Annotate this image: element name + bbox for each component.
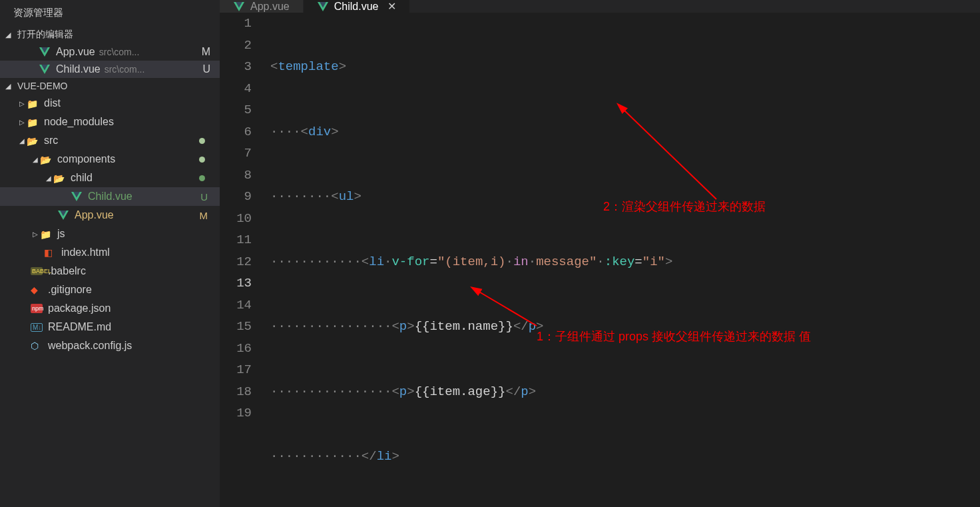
line-number: 5 [220, 99, 252, 121]
file-label: package.json [48, 302, 111, 314]
chevron-down-icon: ◢ [5, 82, 17, 91]
line-number: 14 [220, 294, 252, 316]
git-icon: ◆ [31, 284, 43, 295]
tab-child-vue[interactable]: Child.vue ✕ [304, 0, 411, 13]
line-number: 13 [220, 272, 252, 294]
tree-folder-node-modules[interactable]: ▷ 📁 node_modules [0, 113, 220, 131]
annotation-1: 1：子组件通过 props 接收父组件传递过来的数据 值 [537, 326, 811, 348]
markdown-icon: M↓ [31, 323, 43, 332]
folder-label: components [57, 153, 115, 165]
explorer-title: 资源管理器 [0, 0, 220, 26]
tree-file-package-json[interactable]: npm package.json [0, 299, 220, 318]
folder-icon: 📂 [27, 136, 39, 145]
folder-icon: 📁 [27, 99, 39, 108]
line-number: 12 [220, 251, 252, 273]
tree-folder-dist[interactable]: ▷ 📁 dist [0, 94, 220, 113]
annotation-2: 2：渲染父组件传递过来的数据 [603, 196, 766, 218]
folder-icon: 📂 [40, 155, 52, 164]
folder-label: src [44, 135, 58, 147]
line-number: 19 [220, 402, 252, 424]
file-label: README.md [48, 321, 111, 333]
file-label: webpack.config.js [48, 340, 132, 352]
line-number: 11 [220, 229, 252, 251]
modified-dot-icon [199, 157, 205, 163]
line-number: 16 [220, 338, 252, 360]
file-label: .gitignore [48, 284, 92, 296]
tree-file-webpack[interactable]: ⬡ webpack.config.js [0, 336, 220, 355]
tree-file-gitignore[interactable]: ◆ .gitignore [0, 280, 220, 299]
vue-icon [317, 2, 329, 11]
tree-folder-components[interactable]: ◢ 📂 components [0, 150, 220, 169]
code-line: <template> [270, 56, 980, 78]
tab-label: Child.vue [334, 1, 379, 13]
file-label: Child.vue [88, 191, 132, 203]
tree-file-babelrc[interactable]: BABEL .babelrc [0, 262, 220, 280]
folder-label: node_modules [44, 116, 114, 128]
vue-icon [71, 192, 83, 201]
open-editors-header[interactable]: ◢ 打开的编辑器 [0, 26, 220, 43]
line-number: 4 [220, 78, 252, 100]
vue-icon [233, 2, 245, 11]
chevron-down-icon: ◢ [17, 137, 27, 145]
modified-status: M [200, 210, 208, 221]
folder-label: child [71, 172, 93, 184]
tree-file-app-vue[interactable]: App.vue M [0, 206, 220, 225]
folder-icon: 📁 [27, 117, 39, 127]
line-number: 8 [220, 165, 252, 187]
line-number: 2 [220, 35, 252, 57]
modified-dot-icon [199, 138, 205, 144]
tree-file-child-vue[interactable]: Child.vue U [0, 187, 220, 206]
chevron-down-icon: ◢ [31, 156, 40, 163]
line-number: 9 [220, 186, 252, 208]
untracked-status: U [202, 63, 210, 75]
vue-icon [39, 47, 51, 57]
untracked-status: U [200, 191, 208, 203]
line-number: 7 [220, 143, 252, 165]
code-line: ············</li> [270, 446, 980, 468]
code-content[interactable]: <template> ····<div> ········<ul> ······… [270, 13, 980, 507]
modified-status: M [202, 46, 210, 58]
webpack-icon: ⬡ [31, 340, 43, 351]
tab-bar: App.vue Child.vue ✕ [220, 0, 980, 13]
file-name: App.vue [56, 46, 95, 58]
file-path: src\com... [99, 47, 140, 57]
babel-icon: BABEL [31, 267, 43, 275]
line-number: 10 [220, 208, 252, 230]
chevron-right-icon: ▷ [31, 231, 40, 238]
line-number: 3 [220, 56, 252, 78]
npm-icon: npm [31, 304, 43, 313]
code-line: ················<p>{{item.age}}</p> [270, 381, 980, 403]
tree-folder-js[interactable]: ▷ 📁 js [0, 225, 220, 243]
editor-main: App.vue Child.vue ✕ 1 2 3 4 5 6 7 8 9 10… [220, 0, 980, 507]
file-path: src\com... [105, 64, 145, 75]
project-name: VUE-DEMO [17, 81, 67, 91]
code-line: ············<li·v-for="(item,i)·in·messa… [270, 251, 980, 273]
tree-file-index-html[interactable]: ◧ index.html [0, 243, 220, 262]
chevron-right-icon: ▷ [17, 100, 27, 107]
tree-file-readme[interactable]: M↓ README.md [0, 318, 220, 336]
close-icon[interactable]: ✕ [387, 0, 396, 13]
file-label: .babelrc [48, 265, 86, 277]
tree-folder-src[interactable]: ◢ 📂 src [0, 131, 220, 150]
project-header[interactable]: ◢ VUE-DEMO [0, 78, 220, 94]
chevron-down-icon: ◢ [44, 175, 53, 182]
code-line: ····<div> [270, 121, 980, 143]
code-editor[interactable]: 1 2 3 4 5 6 7 8 9 10 11 12 13 14 15 16 1… [220, 13, 980, 507]
file-label: index.html [61, 247, 110, 258]
line-number: 18 [220, 381, 252, 403]
open-editor-child-vue[interactable]: Child.vue src\com... U [0, 61, 220, 78]
html-icon: ◧ [44, 247, 56, 258]
line-gutter: 1 2 3 4 5 6 7 8 9 10 11 12 13 14 15 16 1… [220, 13, 270, 507]
file-label: App.vue [75, 209, 114, 221]
tree-folder-child[interactable]: ◢ 📂 child [0, 169, 220, 187]
folder-label: dist [44, 97, 61, 109]
folder-icon: 📂 [53, 173, 65, 183]
tab-app-vue[interactable]: App.vue [220, 0, 304, 13]
explorer-sidebar: 资源管理器 ◢ 打开的编辑器 App.vue src\com... M Chil… [0, 0, 220, 507]
open-editor-app-vue[interactable]: App.vue src\com... M [0, 43, 220, 61]
line-number: 17 [220, 359, 252, 381]
line-number: 15 [220, 316, 252, 338]
folder-label: js [57, 228, 65, 240]
vue-icon [57, 211, 69, 220]
line-number: 1 [220, 13, 252, 35]
